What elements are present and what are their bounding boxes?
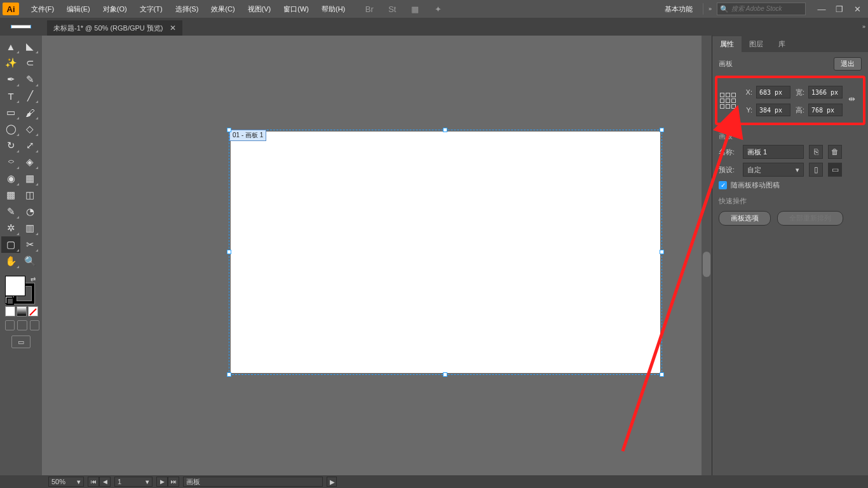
tool-zoom[interactable]: 🔍 [20, 253, 39, 269]
color-mode-solid[interactable] [5, 306, 15, 316]
menu-window[interactable]: 窗口(W) [278, 2, 315, 17]
first-artboard-button[interactable]: ⏮ [88, 477, 99, 487]
tool-line[interactable]: ╱ [20, 88, 39, 104]
tool-column-graph[interactable]: ▥ [20, 220, 39, 236]
tool-scale[interactable]: ⤢ [20, 137, 39, 154]
tab-properties[interactable]: 属性 [712, 36, 742, 52]
tool-blend[interactable]: ◔ [20, 203, 39, 220]
tab-libraries[interactable]: 库 [771, 36, 793, 52]
fill-stroke-swatch[interactable]: ⇄ [5, 276, 37, 304]
move-artwork-checkbox[interactable]: ✓ [719, 181, 727, 189]
artboard-nav-label[interactable]: 画板 [183, 477, 323, 487]
panel-collapse-icon[interactable]: » [862, 24, 865, 30]
scrollbar-thumb[interactable] [703, 252, 710, 277]
orientation-landscape-button[interactable]: ▭ [828, 163, 842, 177]
menu-object[interactable]: 对象(O) [97, 2, 133, 17]
handle-bottom-right[interactable] [660, 372, 664, 377]
menu-file[interactable]: 文件(F) [25, 2, 60, 17]
tool-magic-wand[interactable]: ✨ [1, 55, 20, 71]
status-menu-button[interactable]: ▶ [327, 477, 337, 487]
menu-help[interactable]: 帮助(H) [316, 2, 351, 17]
handle-bottom-mid[interactable] [443, 372, 447, 377]
handle-top-left[interactable] [227, 128, 231, 132]
swap-fill-stroke-icon[interactable]: ⇄ [31, 276, 36, 283]
tool-symbol-sprayer[interactable]: ✲ [1, 220, 20, 236]
gpu-icon[interactable]: ✦ [432, 3, 444, 15]
menu-view[interactable]: 视图(V) [242, 2, 277, 17]
tool-gradient[interactable]: ◫ [20, 187, 39, 203]
tool-paintbrush[interactable]: 🖌 [20, 104, 39, 121]
tool-curvature[interactable]: ✎ [20, 71, 39, 88]
delete-artboard-button[interactable]: 🗑 [828, 145, 842, 159]
menu-select[interactable]: 选择(S) [170, 2, 205, 17]
default-fill-stroke-icon[interactable] [5, 296, 13, 304]
workspace-switcher[interactable]: 基本功能 [661, 2, 696, 17]
tool-mesh[interactable]: ▩ [1, 187, 20, 203]
link-wh-icon[interactable]: ⇹ [846, 91, 857, 106]
draw-inside-icon[interactable] [30, 320, 39, 330]
toolbox-handle-icon[interactable] [11, 25, 31, 29]
handle-bottom-left[interactable] [227, 372, 231, 377]
y-input[interactable]: 384 px [756, 104, 790, 116]
reference-point-grid[interactable] [720, 93, 736, 109]
new-artboard-button[interactable]: ⎘ [809, 145, 823, 159]
handle-mid-left[interactable] [227, 250, 231, 254]
tool-width[interactable]: ⌔ [1, 154, 20, 170]
tool-perspective[interactable]: ▦ [20, 170, 39, 187]
color-mode-gradient[interactable] [17, 306, 27, 316]
tool-free-transform[interactable]: ◈ [20, 154, 39, 170]
arrange-icon[interactable]: ▦ [409, 3, 421, 15]
window-close[interactable]: ✕ [853, 4, 862, 13]
document-tab-close[interactable]: ✕ [170, 24, 176, 32]
artboard-selection[interactable]: 01 - 画板 1 [229, 130, 662, 375]
draw-normal-icon[interactable] [5, 320, 15, 330]
prev-artboard-button[interactable]: ◀ [99, 477, 111, 487]
window-minimize[interactable]: — [817, 4, 826, 13]
tool-type[interactable]: T [1, 88, 20, 104]
color-mode-none[interactable] [28, 306, 38, 316]
zoom-level[interactable]: 50%▾ [48, 477, 84, 487]
next-artboard-button[interactable]: ▶ [156, 477, 168, 487]
artboard[interactable] [231, 132, 660, 373]
handle-mid-right[interactable] [660, 250, 664, 254]
artboard-number[interactable]: 1▾ [114, 477, 153, 487]
vertical-scrollbar[interactable] [702, 36, 712, 475]
tool-selection[interactable]: ▲ [1, 38, 20, 55]
artboard-label[interactable]: 01 - 画板 1 [229, 130, 266, 141]
x-input[interactable]: 683 px [756, 86, 790, 98]
workspace-chevron-icon[interactable]: » [703, 3, 712, 15]
last-artboard-button[interactable]: ⏭ [168, 477, 179, 487]
menu-type[interactable]: 文字(T) [134, 2, 168, 17]
bridge-icon[interactable]: Br [363, 3, 375, 15]
tool-shaper[interactable]: ◯ [1, 121, 20, 137]
orientation-portrait-button[interactable]: ▯ [809, 163, 823, 177]
search-adobe-stock[interactable]: 🔍 搜索 Adobe Stock [717, 3, 806, 15]
exit-artboard-button[interactable]: 退出 [834, 57, 862, 71]
artboard-options-button[interactable]: 画板选项 [719, 211, 771, 226]
tool-pen[interactable]: ✒ [1, 71, 20, 88]
artboard-name-input[interactable]: 画板 1 [743, 145, 804, 159]
rearrange-all-button[interactable]: 全部重新排列 [777, 211, 843, 226]
handle-top-right[interactable] [660, 128, 664, 132]
tool-lasso[interactable]: ⊂ [20, 55, 39, 71]
tool-artboard[interactable]: ▢ [1, 236, 20, 253]
tab-layers[interactable]: 图层 [742, 36, 771, 52]
handle-top-mid[interactable] [443, 128, 447, 132]
document-tab[interactable]: 未标题-1* @ 50% (RGB/GPU 预览) ✕ [47, 20, 182, 36]
tool-eyedropper[interactable]: ✎ [1, 203, 20, 220]
tool-slice[interactable]: ✂ [20, 236, 39, 253]
fill-color[interactable] [5, 276, 25, 296]
screen-mode-button[interactable]: ▭ [11, 336, 31, 348]
menu-effect[interactable]: 效果(C) [205, 2, 240, 17]
width-input[interactable]: 1366 px [808, 86, 843, 98]
draw-behind-icon[interactable] [17, 320, 27, 330]
tool-rotate[interactable]: ↻ [1, 137, 20, 154]
height-input[interactable]: 768 px [808, 104, 843, 116]
tool-eraser[interactable]: ◇ [20, 121, 39, 137]
canvas-area[interactable]: 01 - 画板 1 [42, 36, 712, 475]
tool-shape-builder[interactable]: ◉ [1, 170, 20, 187]
preset-dropdown[interactable]: 自定▾ [743, 163, 804, 177]
tool-direct-selection[interactable]: ◣ [20, 38, 39, 55]
window-maximize[interactable]: ❐ [835, 4, 844, 13]
stock-icon[interactable]: St [386, 3, 398, 15]
